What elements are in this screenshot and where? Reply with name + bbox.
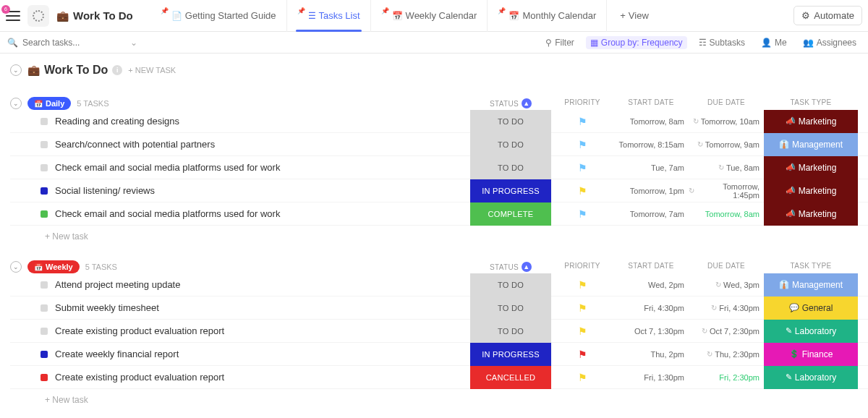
- status-square-icon[interactable]: [41, 164, 48, 171]
- task-row[interactable]: Create existing product evaluation repor…: [10, 320, 868, 343]
- space-title[interactable]: 💼 Work To Do: [56, 9, 133, 22]
- task-row[interactable]: Check email and social media platforms u…: [10, 156, 868, 179]
- status-pill[interactable]: TO DO: [470, 320, 551, 343]
- col-due-date[interactable]: DUE DATE: [689, 262, 764, 272]
- due-date[interactable]: ↻Thu, 2:30pm: [689, 350, 764, 359]
- task-name[interactable]: Create existing product evaluation repor…: [55, 325, 224, 336]
- task-name[interactable]: Check email and social media platforms u…: [55, 162, 280, 173]
- col-status[interactable]: STATUS▲: [470, 262, 551, 272]
- status-pill[interactable]: IN PROGRESS: [470, 179, 551, 202]
- add-view-button[interactable]: + View: [610, 10, 659, 21]
- task-type-pill[interactable]: 💬General: [764, 297, 858, 320]
- group-by-button[interactable]: ▦Group by: Frequency: [586, 36, 687, 49]
- col-start-date[interactable]: START DATE: [613, 262, 689, 272]
- task-type-pill[interactable]: 👔Management: [764, 133, 858, 156]
- due-date[interactable]: ↻Tomorrow, 9am: [689, 140, 764, 149]
- search-box[interactable]: 🔍: [7, 38, 123, 48]
- status-square-icon[interactable]: [41, 141, 48, 148]
- search-input[interactable]: [22, 38, 102, 48]
- chevron-down-icon[interactable]: ⌄: [130, 38, 137, 48]
- collapse-all-button[interactable]: ⌄: [10, 64, 22, 76]
- task-type-pill[interactable]: 💲Finance: [764, 343, 858, 366]
- due-date[interactable]: ↻Tomorrow, 1:45pm: [689, 182, 764, 200]
- task-name[interactable]: Social listening/ reviews: [55, 185, 155, 196]
- task-row[interactable]: Search/connect with potential partners T…: [10, 133, 868, 156]
- status-pill[interactable]: IN PROGRESS: [470, 343, 551, 366]
- status-pill[interactable]: TO DO: [470, 273, 551, 297]
- status-pill[interactable]: COMPLETE: [470, 202, 551, 226]
- start-date[interactable]: Thu, 2pm: [613, 350, 689, 359]
- due-date[interactable]: ↻Tomorrow, 10am: [689, 117, 764, 126]
- start-date[interactable]: Tomorrow, 8am: [613, 117, 689, 126]
- start-date[interactable]: Tue, 7am: [613, 163, 689, 172]
- status-pill[interactable]: TO DO: [470, 297, 551, 320]
- priority-flag[interactable]: ⚑: [551, 349, 613, 360]
- task-type-pill[interactable]: ✎Laboratory: [764, 366, 858, 389]
- col-task-type[interactable]: TASK TYPE: [764, 262, 858, 272]
- status-square-icon[interactable]: [41, 351, 48, 358]
- new-task-button[interactable]: + New task: [10, 389, 868, 411]
- task-name[interactable]: Attend project meeting update: [55, 279, 180, 290]
- due-date[interactable]: ↻Fri, 4:30pm: [689, 304, 764, 312]
- view-tab-weekly-calendar[interactable]: 📌📅Weekly Calendar: [371, 0, 488, 32]
- task-type-pill[interactable]: 👔Management: [764, 273, 858, 297]
- col-due-date[interactable]: DUE DATE: [689, 98, 764, 108]
- menu-button[interactable]: 6: [6, 11, 20, 21]
- status-square-icon[interactable]: [41, 187, 48, 195]
- priority-flag[interactable]: ⚑: [551, 279, 613, 291]
- task-type-pill[interactable]: 📣Marketing: [764, 179, 858, 202]
- group-pill[interactable]: 📅Daily: [27, 97, 71, 110]
- col-start-date[interactable]: START DATE: [613, 98, 689, 108]
- status-square-icon[interactable]: [41, 328, 48, 335]
- start-date[interactable]: Tomorrow, 7am: [613, 210, 689, 218]
- start-date[interactable]: Fri, 1:30pm: [613, 373, 689, 382]
- task-type-pill[interactable]: 📣Marketing: [764, 202, 858, 226]
- priority-flag[interactable]: ⚑: [551, 208, 613, 220]
- task-name[interactable]: Create existing product evaluation repor…: [55, 372, 224, 383]
- task-row[interactable]: Check email and social media platforms u…: [10, 202, 868, 226]
- status-square-icon[interactable]: [41, 281, 48, 289]
- assignees-button[interactable]: 👥Assignees: [799, 36, 861, 49]
- priority-flag[interactable]: ⚑: [551, 325, 613, 337]
- task-row[interactable]: Create existing product evaluation repor…: [10, 366, 868, 389]
- group-pill[interactable]: 📅Weekly: [27, 260, 80, 273]
- task-name[interactable]: Submit weekly timesheet: [55, 302, 159, 313]
- info-icon[interactable]: i: [112, 65, 122, 75]
- task-row[interactable]: Attend project meeting update TO DO ⚑ We…: [10, 273, 868, 297]
- status-pill[interactable]: TO DO: [470, 110, 551, 133]
- priority-flag[interactable]: ⚑: [551, 302, 613, 314]
- task-row[interactable]: Create weekly financial report IN PROGRE…: [10, 343, 868, 366]
- col-status[interactable]: STATUS▲: [470, 98, 551, 108]
- status-square-icon[interactable]: [41, 374, 48, 381]
- collapse-group-button[interactable]: ⌄: [10, 261, 22, 273]
- me-button[interactable]: 👤Me: [757, 36, 791, 49]
- priority-flag[interactable]: ⚑: [551, 372, 613, 383]
- due-date[interactable]: ↻Oct 7, 2:30pm: [689, 327, 764, 336]
- task-row[interactable]: Submit weekly timesheet TO DO ⚑ Fri, 4:3…: [10, 297, 868, 320]
- col-task-type[interactable]: TASK TYPE: [764, 98, 858, 108]
- start-date[interactable]: Fri, 4:30pm: [613, 304, 689, 312]
- task-name[interactable]: Reading and creating designs: [55, 116, 179, 127]
- due-date[interactable]: ↻Tue, 8am: [689, 163, 764, 172]
- due-date[interactable]: Fri, 2:30pm: [689, 373, 764, 382]
- start-date[interactable]: Tomorrow, 1pm: [613, 187, 689, 195]
- view-tab-tasks-list[interactable]: 📌☰Tasks List: [287, 0, 371, 32]
- status-pill[interactable]: TO DO: [470, 156, 551, 179]
- view-tab-getting-started-guide[interactable]: 📌📄Getting Started Guide: [150, 0, 287, 32]
- task-row[interactable]: Reading and creating designs TO DO ⚑ Tom…: [10, 110, 868, 133]
- status-square-icon[interactable]: [41, 118, 48, 125]
- start-date[interactable]: Oct 7, 1:30pm: [613, 327, 689, 336]
- priority-flag[interactable]: ⚑: [551, 116, 613, 127]
- status-square-icon[interactable]: [41, 304, 48, 312]
- due-date[interactable]: Tomorrow, 8am: [689, 210, 764, 218]
- priority-flag[interactable]: ⚑: [551, 162, 613, 174]
- start-date[interactable]: Tomorrow, 8:15am: [613, 140, 689, 149]
- status-square-icon[interactable]: [41, 210, 48, 218]
- task-type-pill[interactable]: 📣Marketing: [764, 110, 858, 133]
- task-name[interactable]: Check email and social media platforms u…: [55, 208, 280, 219]
- new-task-button-header[interactable]: + NEW TASK: [128, 66, 176, 74]
- filter-button[interactable]: ⚲Filter: [541, 36, 579, 49]
- due-date[interactable]: ↻Wed, 3pm: [689, 281, 764, 289]
- status-pill[interactable]: CANCELLED: [470, 366, 551, 389]
- subtasks-button[interactable]: ☶Subtasks: [694, 36, 749, 49]
